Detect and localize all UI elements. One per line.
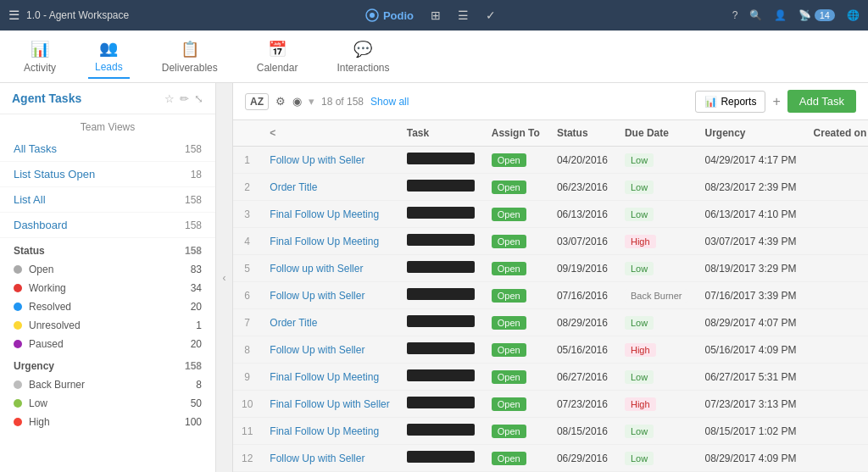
sidebar-item-dashboard[interactable]: Dashboard 158 [0,213,215,238]
urgency-high[interactable]: High 100 [0,413,215,431]
team-views-label: Team Views [0,114,215,136]
nav-activity[interactable]: 📊 Activity [17,36,63,78]
hamburger-icon[interactable]: ☰ [8,8,19,23]
status-section-header: Status 158 [0,238,215,260]
sidebar-item-list-status-open[interactable]: List Status Open 18 [0,162,215,187]
row-status: Open [483,364,548,391]
status-unresolved[interactable]: Unresolved 1 [0,316,215,335]
settings-button[interactable]: ⚙ [275,95,286,108]
sidebar-edit-icon[interactable]: ✏ [180,92,189,105]
search-icon[interactable]: 🔍 [749,9,762,21]
filter-button[interactable]: ◉ [292,95,302,108]
status-paused[interactable]: Paused 20 [0,335,215,353]
list-icon[interactable]: ☰ [458,8,469,22]
table-row[interactable]: 3 Final Follow Up Meeting Open 06/13/201… [233,201,868,228]
row-status: Open [483,255,548,282]
row-status: Open [483,174,548,201]
row-next [805,255,868,282]
row-assign-to [398,391,483,418]
sidebar-item-all-tasks[interactable]: All Tasks 158 [0,136,215,162]
col-assign-to[interactable]: Assign To [483,120,548,147]
urgency-back-burner[interactable]: Back Burner 8 [0,375,215,394]
sort-az-button[interactable]: AZ [245,93,269,110]
check-icon[interactable]: ✓ [486,8,496,22]
top-nav-right: ? 🔍 👤 📡 14 🌐 [732,9,860,21]
row-task: Order Title [261,174,398,201]
col-prev[interactable]: < [261,120,398,147]
top-nav-left: ☰ 1.0 - Agent Workspace [8,8,129,23]
sidebar: Agent Tasks ☆ ✏ ⤡ Team Views All Tasks 1… [0,83,216,472]
row-urgency: Low [616,147,697,174]
row-assign-to [398,255,483,282]
reports-button[interactable]: 📊 Reports [695,91,765,113]
col-urgency[interactable]: Urgency [696,120,804,147]
row-created-on: 07/16/2017 3:39 PM [696,282,804,309]
row-status: Open [483,391,548,418]
sidebar-item-list-all[interactable]: List All 158 [0,187,215,213]
nav-deliverables[interactable]: 📋 Deliverables [155,36,225,78]
col-status[interactable]: Status [548,120,616,147]
row-task: Final Follow Up Meeting [261,418,398,445]
table-row[interactable]: 4 Final Follow Up Meeting Open 03/07/201… [233,228,868,255]
row-num: 6 [233,282,261,309]
row-due-date: 09/19/2016 [548,255,616,282]
row-created-on: 08/19/2017 3:29 PM [696,255,804,282]
add-plus-button[interactable]: + [772,94,780,109]
help-icon[interactable]: ? [732,9,738,21]
status-working[interactable]: Working 34 [0,279,215,297]
row-urgency: High [616,228,697,255]
sidebar-star-icon[interactable]: ☆ [164,92,175,105]
nav-calendar[interactable]: 📅 Calendar [250,36,305,78]
col-task[interactable]: Task [398,120,483,147]
status-resolved[interactable]: Resolved 20 [0,297,215,316]
row-next [805,391,868,418]
row-urgency: Low [616,174,697,201]
count-text: 18 of 158 [321,96,364,108]
urgency-section-header: Urgency 158 [0,353,215,375]
deliverables-icon: 📋 [181,40,199,58]
status-open[interactable]: Open 83 [0,260,215,279]
row-assign-to [398,174,483,201]
add-task-button[interactable]: Add Task [787,90,856,113]
sidebar-expand-icon[interactable]: ⤡ [194,92,203,105]
table-row[interactable]: 1 Follow Up with Seller Open 04/20/2016 … [233,147,868,174]
row-assign-to [398,282,483,309]
col-due-date[interactable]: Due Date [616,120,697,147]
globe-icon[interactable]: 🌐 [847,9,860,21]
row-status: Open [483,418,548,445]
row-assign-to [398,201,483,228]
table-row[interactable]: 7 Order Title Open 08/29/2016 Low 08/29/… [233,309,868,336]
table-row[interactable]: 2 Order Title Open 06/23/2016 Low 08/23/… [233,174,868,201]
urgency-low[interactable]: Low 50 [0,394,215,413]
row-created-on: 08/23/2017 2:39 PM [696,174,804,201]
podio-logo-icon [365,8,379,22]
row-due-date: 03/07/2016 [548,228,616,255]
row-num: 5 [233,255,261,282]
nav-leads[interactable]: 👥 Leads [88,35,130,79]
table-row[interactable]: 9 Final Follow Up Meeting Open 06/27/201… [233,364,868,391]
sidebar-title: Agent Tasks [12,92,81,105]
row-created-on: 05/16/2017 4:09 PM [696,336,804,364]
nav-interactions[interactable]: 💬 Interactions [330,36,396,78]
row-created-on: 06/27/2017 5:31 PM [696,364,804,391]
table-row[interactable]: 10 Final Follow Up with Seller Open 07/2… [233,391,868,418]
col-created-on[interactable]: Created on ▲ [805,120,868,147]
calendar-icon: 📅 [268,40,287,58]
table-row[interactable]: 5 Follow up with Seller Open 09/19/2016 … [233,255,868,282]
user-icon[interactable]: 👤 [774,9,787,21]
row-next [805,147,868,174]
table-row[interactable]: 6 Follow Up with Seller Open 07/16/2016 … [233,282,868,309]
notifications-icon[interactable]: 📡 14 [798,9,835,21]
activity-icon: 📊 [31,40,49,58]
row-due-date: 08/15/2016 [548,418,616,445]
sidebar-collapse-toggle[interactable]: ‹ [216,83,233,472]
row-due-date: 06/29/2016 [548,445,616,472]
grid-icon[interactable]: ⊞ [431,8,441,22]
row-assign-to [398,228,483,255]
sidebar-header: Agent Tasks ☆ ✏ ⤡ [0,83,215,114]
row-created-on: 06/13/2017 4:10 PM [696,201,804,228]
show-all-link[interactable]: Show all [370,96,409,108]
table-row[interactable]: 11 Final Follow Up Meeting Open 08/15/20… [233,418,868,445]
table-row[interactable]: 12 Follow Up with Seller Open 06/29/2016… [233,445,868,472]
table-row[interactable]: 8 Follow Up with Seller Open 05/16/2016 … [233,336,868,364]
